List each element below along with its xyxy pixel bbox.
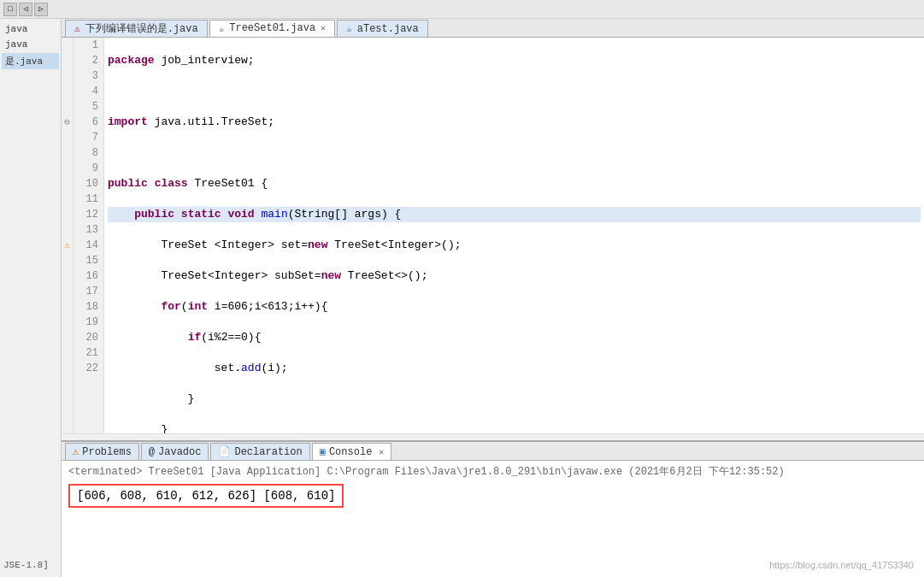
marker-20: [62, 330, 73, 345]
marker-2: [62, 53, 73, 68]
jre-label: JSE-1.8]: [2, 556, 59, 574]
code-line-3: import java.util.TreeSet;: [108, 115, 921, 130]
tab-atest-icon: ☕: [346, 23, 352, 34]
tab-atest[interactable]: ☕ aTest.java: [337, 20, 428, 37]
back-button[interactable]: ◁: [19, 3, 32, 16]
marker-19: [62, 315, 73, 330]
marker-11: [62, 191, 73, 207]
sidebar-item-isjava[interactable]: 是.java: [2, 53, 59, 69]
console-label: Console: [329, 446, 372, 458]
tab-console[interactable]: ▣ Console ✕: [312, 443, 392, 460]
tab-problems[interactable]: ⚠ Problems: [65, 443, 139, 460]
code-line-6: public static void main(String[] args) {: [108, 207, 921, 222]
marker-22: [62, 361, 73, 376]
declaration-label: Declaration: [234, 446, 302, 458]
marker-1: [62, 38, 73, 53]
tab-javadoc[interactable]: @ Javadoc: [141, 443, 209, 460]
marker-14: ⚠: [62, 238, 73, 253]
tab-declaration[interactable]: 📄 Declaration: [210, 443, 309, 460]
horizontal-scrollbar[interactable]: [62, 433, 924, 440]
tab-treeset01-icon: ☕: [219, 23, 225, 34]
code-line-4: [108, 145, 921, 161]
problems-icon: ⚠: [73, 445, 79, 458]
sidebar-item-java2[interactable]: java: [2, 38, 59, 51]
console-icon: ▣: [320, 445, 326, 458]
top-bar: □ ◁ ▷: [0, 0, 924, 19]
code-editor[interactable]: package job_interview; import java.util.…: [104, 38, 924, 433]
declaration-icon: 📄: [218, 445, 231, 458]
marker-5: [62, 99, 73, 115]
marker-10: [62, 176, 73, 191]
console-output: [606, 608, 610, 612, 626] [608, 610]: [68, 484, 344, 508]
tab-treeset01-close[interactable]: ✕: [321, 23, 326, 33]
code-line-9: for(int i=606;i<613;i++){: [108, 299, 921, 315]
forward-button[interactable]: ▷: [34, 3, 48, 16]
tab-atest-label: aTest.java: [357, 23, 419, 35]
main-container: java java 是.java JSE-1.8] ⚠ 下列编译错误的是.jav…: [0, 19, 924, 577]
code-line-12: }: [108, 392, 921, 407]
tab-treeset01[interactable]: ☕ TreeSet01.java ✕: [209, 20, 335, 37]
code-line-10: if(i%2==0){: [108, 330, 921, 345]
code-line-13: }: [108, 422, 921, 433]
line-numbers: 12345 678910 1112131415 1617181920 2122: [74, 38, 104, 433]
code-line-1: package job_interview;: [108, 53, 921, 68]
javadoc-icon: @: [149, 446, 155, 458]
code-line-2: [108, 84, 921, 99]
code-line-8: TreeSet<Integer> subSet=new TreeSet<>();: [108, 268, 921, 284]
marker-8: [62, 145, 73, 161]
marker-16: [62, 268, 73, 284]
marker-12: [62, 207, 73, 222]
javadoc-label: Javadoc: [158, 446, 201, 458]
content-area: ⚠ 下列编译错误的是.java ☕ TreeSet01.java ✕ ☕ aTe…: [62, 19, 924, 577]
marker-21: [62, 345, 73, 361]
code-line-11: set.add(i);: [108, 361, 921, 376]
marker-17: [62, 284, 73, 299]
watermark: https://blog.csdn.net/qq_41753340: [769, 560, 914, 570]
bottom-tab-bar: ⚠ Problems @ Javadoc 📄 Declaration ▣ Con…: [62, 442, 924, 461]
tab-compilation-errors[interactable]: ⚠ 下列编译错误的是.java: [65, 20, 208, 37]
line-marker-column: ⊖ ⚠: [62, 38, 74, 433]
marker-9: [62, 161, 73, 176]
marker-4: [62, 84, 73, 99]
console-close[interactable]: ✕: [379, 447, 384, 457]
tab-compilation-errors-label: 下列编译错误的是.java: [85, 21, 198, 36]
tab-bar: ⚠ 下列编译错误的是.java ☕ TreeSet01.java ✕ ☕ aTe…: [62, 19, 924, 38]
sidebar-item-java1[interactable]: java: [2, 22, 59, 36]
problems-label: Problems: [82, 446, 132, 458]
minimize-button[interactable]: □: [3, 3, 17, 16]
marker-18: [62, 299, 73, 315]
marker-13: [62, 222, 73, 238]
tab-treeset01-label: TreeSet01.java: [229, 22, 315, 34]
marker-6: ⊖: [62, 115, 73, 130]
code-line-5: public class TreeSet01 {: [108, 176, 921, 191]
marker-15: [62, 253, 73, 268]
bottom-panel: ⚠ Problems @ Javadoc 📄 Declaration ▣ Con…: [62, 440, 924, 577]
editor-area: ⊖ ⚠ 12345 678910 1: [62, 38, 924, 433]
sidebar: java java 是.java JSE-1.8]: [0, 19, 62, 577]
code-line-7: TreeSet <Integer> set=new TreeSet<Intege…: [108, 238, 921, 253]
console-terminated-text: <terminated> TreeSet01 [Java Application…: [68, 464, 917, 479]
tab-error-icon: ⚠: [74, 23, 80, 34]
marker-7: [62, 130, 73, 145]
marker-3: [62, 68, 73, 84]
